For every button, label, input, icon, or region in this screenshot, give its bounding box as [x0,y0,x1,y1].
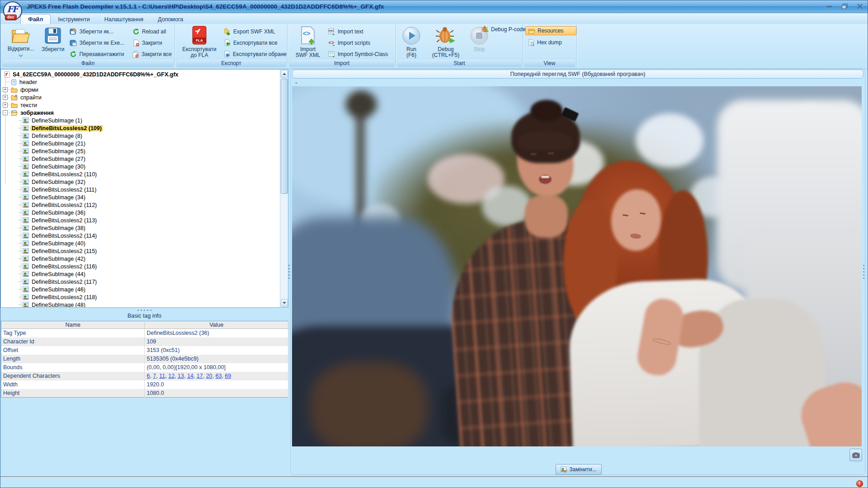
open-button[interactable]: Відкрити... [3,25,38,58]
resources-label: Resources [538,28,563,34]
tree-item[interactable]: DefineSubImage (32) [1,178,279,186]
hex-dump-button[interactable]: Hex dump [525,38,576,47]
menu-tab-file[interactable]: Файл [20,14,51,24]
tree-item[interactable]: DefineSubImage (21) [1,140,279,147]
export-all-button[interactable]: Експортувати все [222,39,286,47]
dependent-character-link[interactable]: 17 [197,373,203,379]
export-swf-xml-icon [223,28,231,35]
tree-item-label: DefineSubImage (46) [30,286,87,293]
tree-item[interactable]: DefineSubImage (44) [1,270,279,278]
tree-item[interactable]: DefineSubImage (30) [1,163,279,170]
replace-button[interactable]: Замінити... [556,464,602,475]
resources-button[interactable]: Resources [525,26,576,35]
tree-item[interactable]: DefineSubImage (25) [1,147,279,155]
tree-item[interactable]: DefineBitsLossless2 (109) [1,124,279,132]
panel-splitter-handle[interactable] [288,265,290,279]
status-bar: ! [0,476,868,488]
close-button[interactable] [856,3,864,10]
tree-item[interactable]: S4_62ECC59A_00000000_432D1D2ADDFFC6D8%%+… [1,70,279,78]
preview-collapse-handle[interactable]: - [295,79,297,86]
restore-button[interactable] [840,3,849,10]
right-splitter-handle[interactable] [863,265,864,279]
tree-item[interactable]: DefineSubImage (27) [1,155,279,163]
save-as-button[interactable]: Зберегти як... [67,28,130,36]
import-text-icon: ABC [328,28,335,35]
minimize-icon [827,6,832,7]
tree-item[interactable]: DefineBitsLossless2 (118) [1,293,279,301]
menu-tab-settings[interactable]: Налаштування [97,14,151,24]
tree-item-label: DefineBitsLossless2 (116) [30,263,98,270]
tree-item[interactable]: DefineSubImage (48) [1,301,279,308]
export-selected-button[interactable]: Експортувати обране [222,50,286,58]
tree-item[interactable]: DefineSubImage (40) [1,239,279,247]
dependent-character-link[interactable]: 14 [187,373,193,379]
tree-item-label: форми [19,87,40,93]
dependent-character-link[interactable]: 63 [215,373,222,379]
tree-expander[interactable]: + [3,95,8,100]
import-symbol-class-button[interactable]: Import Symbol-Class [326,50,395,58]
tree-expander[interactable]: - [3,110,8,115]
tree-item-label: DefineBitsLossless2 (113) [30,217,98,224]
tree-item[interactable]: DefineBitsLossless2 (112) [1,201,279,209]
tree-item[interactable]: DefineBitsLossless2 (111) [1,186,279,193]
tree-item[interactable]: DefineBitsLossless2 (113) [1,216,279,224]
replace-image-icon [561,466,567,473]
scroll-up-button[interactable] [281,70,288,78]
ribbon-group-start: Run (F6) Debug (CTRL+F5) Stop Debug [396,24,523,68]
save-button[interactable]: Зберегти [38,25,67,58]
tree-item[interactable]: DefineBitsLossless2 (116) [1,263,279,270]
close-file-button[interactable]: Закрити [130,39,174,47]
export-swf-xml-button[interactable]: Export SWF XML [222,28,286,36]
import-text-button[interactable]: ABC Import text [326,28,395,36]
save-as-exe-button[interactable]: Зберегти як Exe... [67,39,130,47]
debug-button[interactable]: Debug (CTRL+F5) [425,25,467,58]
dependent-character-link[interactable]: 12 [168,373,175,379]
error-indicator-icon[interactable]: ! [856,480,863,487]
tree-item[interactable]: DefineBitsLossless2 (110) [1,170,279,178]
column-header-name: Name [1,321,145,329]
tree-item[interactable]: DefineSubImage (8) [1,132,279,140]
tree-item[interactable]: DefineSubImage (42) [1,255,279,263]
scrollbar-thumb[interactable] [281,79,288,194]
scroll-down-button[interactable] [281,299,288,307]
tree-item[interactable]: +спрайти [1,94,279,101]
tree-expander[interactable]: + [3,103,8,108]
tree-item[interactable]: +форми [1,86,279,94]
tree-item[interactable]: DefineSubImage (38) [1,224,279,232]
tree-item[interactable]: DefineSubImage (36) [1,209,279,216]
tree-item[interactable]: DefineBitsLossless2 (117) [1,278,279,286]
tree-item[interactable]: header [1,78,279,86]
import-scripts-button[interactable]: <> Import scripts [326,39,395,47]
close-all-button[interactable]: Закрити все [130,50,174,58]
dependent-character-link[interactable]: 11 [159,373,165,379]
tree-item-label: DefineSubImage (1) [30,117,84,124]
dependent-character-link[interactable]: 7 [153,373,156,379]
snapshot-button[interactable] [849,449,862,461]
dependent-character-link[interactable]: 20 [206,373,212,379]
minimize-button[interactable] [825,3,833,10]
reload-button[interactable]: Перезавантажити [67,50,130,58]
tree-item[interactable]: DefineBitsLossless2 (114) [1,232,279,239]
run-button[interactable]: Run (F6) [398,25,425,58]
tree-item-label: DefineSubImage (21) [30,141,87,147]
tree-scrollbar[interactable] [280,70,288,307]
reload-all-button[interactable]: Reload all [130,28,174,36]
horizontal-splitter[interactable] [0,308,288,313]
dependent-character-link[interactable]: 6 [146,373,150,379]
dependent-character-link[interactable]: 13 [178,373,184,379]
tree-item[interactable]: -зображення [1,109,279,117]
import-swf-xml-button[interactable]: <> Import SWF XML [290,25,326,58]
tree-item[interactable]: DefineSubImage (34) [1,193,279,201]
tree-item[interactable]: +тексти [1,101,279,109]
open-dropdown-chevron-icon[interactable] [19,52,23,58]
tag-info-title: Basic tag info [0,313,288,320]
debug-pcode-button[interactable]: Debug P-code [479,25,528,33]
tree-expander[interactable]: + [3,87,8,92]
export-to-fla-button[interactable]: FLA Експортувати до FLA [177,25,222,58]
menu-tab-help[interactable]: Допомога [151,14,190,24]
tree-item[interactable]: DefineSubImage (1) [1,117,279,124]
dependent-character-link[interactable]: 69 [225,373,231,379]
tree-item[interactable]: DefineSubImage (46) [1,286,279,293]
menu-tab-tools[interactable]: Інструменти [51,14,97,24]
tree-item[interactable]: DefineBitsLossless2 (115) [1,247,279,255]
